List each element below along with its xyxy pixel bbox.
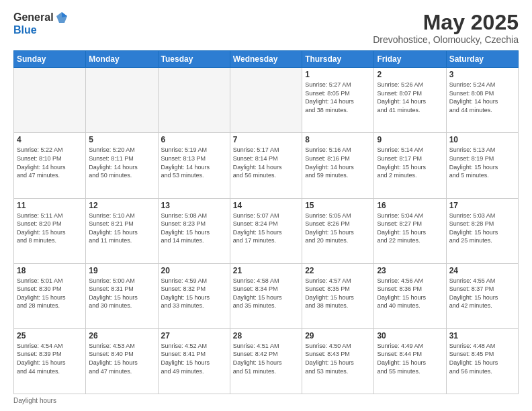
day-number: 2: [377, 70, 443, 79]
calendar-cell: 4Sunrise: 5:22 AM Sunset: 8:10 PM Daylig…: [14, 133, 86, 198]
day-info: Sunrise: 4:48 AM Sunset: 8:45 PM Dayligh…: [449, 342, 515, 375]
day-number: 26: [89, 331, 154, 340]
calendar-cell: 5Sunrise: 5:20 AM Sunset: 8:11 PM Daylig…: [86, 133, 158, 198]
calendar-subtitle: Drevohostice, Olomoucky, Czechia: [373, 34, 519, 45]
day-info: Sunrise: 5:22 AM Sunset: 8:10 PM Dayligh…: [17, 146, 83, 179]
day-number: 3: [449, 70, 515, 79]
calendar-cell: 29Sunrise: 4:50 AM Sunset: 8:43 PM Dayli…: [302, 328, 374, 394]
day-number: 23: [377, 266, 443, 275]
day-number: 6: [161, 135, 227, 144]
day-number: 25: [17, 331, 83, 340]
calendar-cell: 28Sunrise: 4:51 AM Sunset: 8:42 PM Dayli…: [230, 328, 302, 394]
week-row-2: 4Sunrise: 5:22 AM Sunset: 8:10 PM Daylig…: [14, 133, 519, 198]
day-number: 17: [449, 201, 515, 210]
header: General Blue May 2025 Drevohostice, Olom…: [13, 11, 519, 45]
logo-blue: Blue: [13, 24, 37, 36]
day-info: Sunrise: 5:10 AM Sunset: 8:21 PM Dayligh…: [89, 212, 154, 245]
calendar-cell: 9Sunrise: 5:14 AM Sunset: 8:17 PM Daylig…: [374, 133, 446, 198]
calendar-cell: 23Sunrise: 4:56 AM Sunset: 8:36 PM Dayli…: [374, 263, 446, 328]
day-info: Sunrise: 4:53 AM Sunset: 8:40 PM Dayligh…: [89, 342, 154, 375]
day-info: Sunrise: 5:19 AM Sunset: 8:13 PM Dayligh…: [161, 146, 227, 179]
day-header-friday: Friday: [374, 51, 446, 68]
day-header-sunday: Sunday: [14, 51, 86, 68]
day-number: 7: [233, 135, 299, 144]
day-number: 4: [17, 135, 83, 144]
day-info: Sunrise: 4:58 AM Sunset: 8:34 PM Dayligh…: [233, 277, 299, 310]
calendar-cell: 17Sunrise: 5:03 AM Sunset: 8:28 PM Dayli…: [446, 198, 518, 263]
day-info: Sunrise: 5:16 AM Sunset: 8:16 PM Dayligh…: [305, 146, 371, 179]
day-number: 1: [305, 70, 371, 79]
calendar-cell: 14Sunrise: 5:07 AM Sunset: 8:24 PM Dayli…: [230, 198, 302, 263]
logo: General Blue: [13, 11, 69, 36]
day-info: Sunrise: 5:05 AM Sunset: 8:26 PM Dayligh…: [305, 212, 371, 245]
day-info: Sunrise: 4:55 AM Sunset: 8:37 PM Dayligh…: [449, 277, 515, 310]
day-number: 10: [449, 135, 515, 144]
day-number: 13: [161, 201, 227, 210]
day-number: 30: [377, 331, 443, 340]
calendar-cell: 19Sunrise: 5:00 AM Sunset: 8:31 PM Dayli…: [86, 263, 158, 328]
day-headers-row: SundayMondayTuesdayWednesdayThursdayFrid…: [14, 51, 519, 68]
day-number: 18: [17, 266, 83, 275]
calendar-cell: 18Sunrise: 5:01 AM Sunset: 8:30 PM Dayli…: [14, 263, 86, 328]
calendar-cell: 16Sunrise: 5:04 AM Sunset: 8:27 PM Dayli…: [374, 198, 446, 263]
page: General Blue May 2025 Drevohostice, Olom…: [0, 0, 532, 411]
day-number: 14: [233, 201, 299, 210]
day-info: Sunrise: 5:07 AM Sunset: 8:24 PM Dayligh…: [233, 212, 299, 245]
calendar-cell: [14, 68, 86, 133]
calendar-cell: 31Sunrise: 4:48 AM Sunset: 8:45 PM Dayli…: [446, 328, 518, 394]
week-row-3: 11Sunrise: 5:11 AM Sunset: 8:20 PM Dayli…: [14, 198, 519, 263]
day-info: Sunrise: 5:17 AM Sunset: 8:14 PM Dayligh…: [233, 146, 299, 179]
day-number: 15: [305, 201, 371, 210]
day-info: Sunrise: 5:01 AM Sunset: 8:30 PM Dayligh…: [17, 277, 83, 310]
day-info: Sunrise: 5:27 AM Sunset: 8:05 PM Dayligh…: [305, 81, 371, 114]
day-info: Sunrise: 4:59 AM Sunset: 8:32 PM Dayligh…: [161, 277, 227, 310]
day-info: Sunrise: 4:50 AM Sunset: 8:43 PM Dayligh…: [305, 342, 371, 375]
day-header-saturday: Saturday: [446, 51, 518, 68]
calendar-cell: 7Sunrise: 5:17 AM Sunset: 8:14 PM Daylig…: [230, 133, 302, 198]
day-number: 21: [233, 266, 299, 275]
footer-note: Daylight hours: [13, 397, 519, 404]
day-number: 28: [233, 331, 299, 340]
day-info: Sunrise: 5:26 AM Sunset: 8:07 PM Dayligh…: [377, 81, 443, 114]
calendar-cell: 25Sunrise: 4:54 AM Sunset: 8:39 PM Dayli…: [14, 328, 86, 394]
calendar-cell: [230, 68, 302, 133]
day-number: 22: [305, 266, 371, 275]
calendar-title: May 2025: [373, 11, 519, 34]
title-block: May 2025 Drevohostice, Olomoucky, Czechi…: [373, 11, 519, 45]
week-row-4: 18Sunrise: 5:01 AM Sunset: 8:30 PM Dayli…: [14, 263, 519, 328]
day-info: Sunrise: 5:13 AM Sunset: 8:19 PM Dayligh…: [449, 146, 515, 179]
calendar-cell: 27Sunrise: 4:52 AM Sunset: 8:41 PM Dayli…: [158, 328, 230, 394]
day-number: 8: [305, 135, 371, 144]
calendar-cell: 2Sunrise: 5:26 AM Sunset: 8:07 PM Daylig…: [374, 68, 446, 133]
day-number: 31: [449, 331, 515, 340]
calendar-cell: 15Sunrise: 5:05 AM Sunset: 8:26 PM Dayli…: [302, 198, 374, 263]
calendar-cell: 21Sunrise: 4:58 AM Sunset: 8:34 PM Dayli…: [230, 263, 302, 328]
logo-flag-icon: [55, 11, 69, 24]
day-header-thursday: Thursday: [302, 51, 374, 68]
calendar-cell: 26Sunrise: 4:53 AM Sunset: 8:40 PM Dayli…: [86, 328, 158, 394]
calendar-cell: 10Sunrise: 5:13 AM Sunset: 8:19 PM Dayli…: [446, 133, 518, 198]
day-number: 24: [449, 266, 515, 275]
day-header-monday: Monday: [86, 51, 158, 68]
day-number: 12: [89, 201, 154, 210]
day-info: Sunrise: 5:24 AM Sunset: 8:08 PM Dayligh…: [449, 81, 515, 114]
calendar-cell: 6Sunrise: 5:19 AM Sunset: 8:13 PM Daylig…: [158, 133, 230, 198]
day-number: 11: [17, 201, 83, 210]
day-info: Sunrise: 5:04 AM Sunset: 8:27 PM Dayligh…: [377, 212, 443, 245]
day-number: 29: [305, 331, 371, 340]
day-info: Sunrise: 4:51 AM Sunset: 8:42 PM Dayligh…: [233, 342, 299, 375]
calendar-cell: 20Sunrise: 4:59 AM Sunset: 8:32 PM Dayli…: [158, 263, 230, 328]
calendar-table: SundayMondayTuesdayWednesdayThursdayFrid…: [13, 50, 519, 394]
calendar-cell: 11Sunrise: 5:11 AM Sunset: 8:20 PM Dayli…: [14, 198, 86, 263]
day-number: 19: [89, 266, 154, 275]
day-info: Sunrise: 5:00 AM Sunset: 8:31 PM Dayligh…: [89, 277, 154, 310]
day-info: Sunrise: 4:54 AM Sunset: 8:39 PM Dayligh…: [17, 342, 83, 375]
calendar-cell: 22Sunrise: 4:57 AM Sunset: 8:35 PM Dayli…: [302, 263, 374, 328]
calendar-cell: [158, 68, 230, 133]
day-info: Sunrise: 5:11 AM Sunset: 8:20 PM Dayligh…: [17, 212, 83, 245]
calendar-cell: 3Sunrise: 5:24 AM Sunset: 8:08 PM Daylig…: [446, 68, 518, 133]
week-row-1: 1Sunrise: 5:27 AM Sunset: 8:05 PM Daylig…: [14, 68, 519, 133]
day-number: 16: [377, 201, 443, 210]
day-header-wednesday: Wednesday: [230, 51, 302, 68]
week-row-5: 25Sunrise: 4:54 AM Sunset: 8:39 PM Dayli…: [14, 328, 519, 394]
